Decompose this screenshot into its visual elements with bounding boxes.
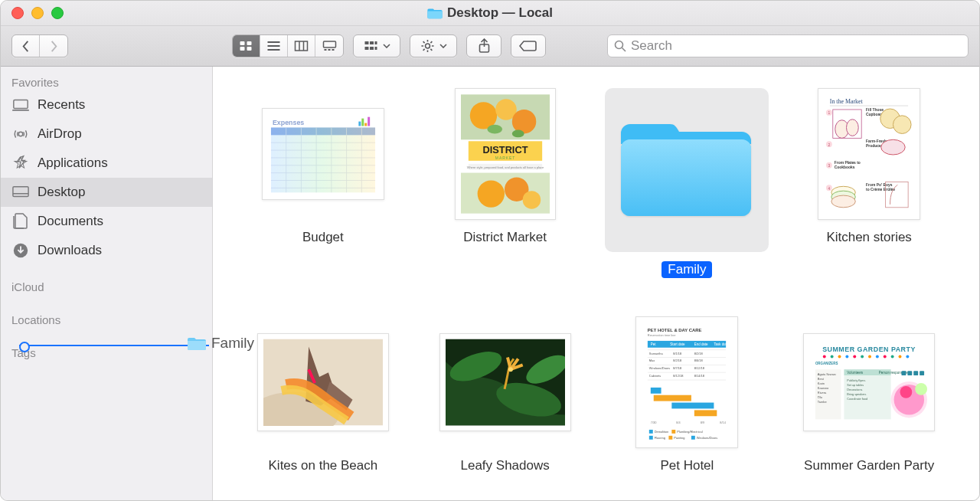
svg-text:2: 2: [828, 143, 831, 147]
sidebar-item-downloads[interactable]: Downloads: [1, 236, 212, 265]
thumbnail: In the Market 1 Fill ThoseCupboards 2 Fa…: [803, 88, 935, 220]
sidebar-item-documents[interactable]: Documents: [1, 207, 212, 236]
close-button[interactable]: [11, 7, 24, 19]
file-item[interactable]: Family: [600, 88, 775, 278]
svg-rect-41: [361, 119, 364, 126]
thumbnail: PET HOTEL & DAY CARE Reservation time li…: [621, 316, 753, 448]
file-item[interactable]: Leafy Shadows: [418, 316, 593, 474]
svg-rect-153: [669, 436, 673, 440]
window-controls: [11, 7, 64, 19]
svg-text:Samantha: Samantha: [649, 352, 664, 355]
arrange-button[interactable]: [354, 35, 400, 57]
svg-rect-139: [651, 388, 662, 394]
edit-tags-button[interactable]: [511, 35, 545, 57]
svg-text:From Plates to: From Plates to: [835, 161, 861, 165]
sidebar-item-recents[interactable]: Recents: [1, 90, 212, 120]
file-label: District Market: [457, 229, 553, 246]
svg-text:4: 4: [828, 187, 831, 191]
minimize-button[interactable]: [31, 7, 44, 19]
svg-point-34: [18, 132, 23, 136]
svg-line-27: [423, 49, 424, 51]
svg-text:7/30: 7/30: [651, 421, 657, 424]
svg-rect-13: [332, 49, 334, 51]
search-input[interactable]: [631, 38, 962, 54]
svg-text:Agata Szwarc: Agata Szwarc: [818, 372, 836, 376]
tags-group: [511, 34, 546, 57]
svg-rect-40: [358, 122, 361, 126]
svg-text:End date: End date: [694, 342, 708, 346]
arrange-group: [353, 34, 400, 57]
finder-window: Desktop — Local: [0, 0, 980, 501]
svg-point-168: [891, 355, 894, 358]
svg-point-30: [616, 41, 623, 49]
svg-point-167: [884, 355, 887, 358]
file-item[interactable]: SUMMER GARDEN PARTY ORGANIZERS Agata Szw…: [782, 316, 956, 474]
svg-text:Produce: Produce: [866, 144, 881, 148]
gallery-view-button[interactable]: [315, 35, 343, 57]
sidebar-item-label: Recents: [38, 97, 85, 113]
action-group: [410, 34, 457, 57]
sidebar-item-label: Desktop: [38, 185, 85, 200]
file-item[interactable]: DISTRICT MARKET Where style, prepared fo…: [418, 88, 593, 278]
svg-text:8/12/18: 8/12/18: [694, 366, 705, 370]
sidebar-item-desktop[interactable]: Desktop: [1, 178, 212, 207]
file-item[interactable]: PET HOTEL & DAY CARE Reservation time li…: [600, 316, 775, 474]
svg-point-66: [511, 130, 524, 138]
sidebar-heading-locations: Locations: [1, 310, 212, 328]
svg-rect-10: [323, 41, 335, 47]
svg-rect-142: [694, 410, 717, 416]
svg-text:8/14: 8/14: [720, 421, 727, 424]
svg-text:Start date: Start date: [671, 342, 686, 346]
svg-point-195: [900, 386, 913, 398]
action-button[interactable]: [410, 35, 456, 57]
svg-rect-11: [324, 49, 326, 51]
sidebar-item-label: Applications: [38, 156, 108, 171]
svg-rect-155: [691, 436, 695, 440]
forward-button[interactable]: [40, 35, 67, 57]
file-item[interactable]: Expenses: [236, 88, 410, 278]
svg-text:Best: Best: [818, 377, 825, 381]
sidebar-item-label: Documents: [38, 214, 103, 229]
svg-rect-7: [296, 41, 308, 51]
back-button[interactable]: [12, 35, 40, 57]
svg-rect-16: [374, 41, 377, 44]
svg-rect-35: [13, 187, 28, 197]
svg-text:Olu: Olu: [818, 395, 822, 399]
svg-rect-191: [913, 371, 918, 375]
svg-point-87: [847, 120, 859, 136]
window-title: Desktop — Local: [447, 5, 553, 21]
svg-text:Cookbooks: Cookbooks: [835, 165, 855, 169]
body: Favorites Recents AirDrop Applications: [1, 67, 979, 500]
svg-text:Pet: Pet: [651, 342, 656, 346]
svg-text:Publicity flyers: Publicity flyers: [847, 379, 865, 382]
column-view-button[interactable]: [288, 35, 315, 57]
applications-icon: [11, 155, 30, 172]
svg-rect-33: [12, 110, 29, 111]
svg-rect-0: [240, 41, 245, 45]
content-area[interactable]: Expenses: [213, 67, 979, 500]
svg-text:Flooring: Flooring: [655, 436, 665, 440]
svg-point-162: [846, 355, 849, 358]
svg-line-28: [430, 41, 432, 43]
svg-line-25: [423, 41, 424, 43]
icon-view-button[interactable]: [233, 35, 260, 57]
file-item[interactable]: Kites on the Beach: [236, 316, 410, 474]
svg-text:8/9: 8/9: [701, 421, 704, 424]
sidebar-item-applications[interactable]: Applications: [1, 149, 212, 178]
svg-text:Volunteers: Volunteers: [847, 371, 864, 375]
svg-rect-42: [364, 123, 367, 126]
sidebar-item-airdrop[interactable]: AirDrop: [1, 120, 212, 149]
file-label: Pet Hotel: [654, 457, 720, 474]
fullscreen-button[interactable]: [51, 7, 64, 19]
svg-text:Expenses: Expenses: [273, 119, 304, 126]
drag-ghost-label: Family: [211, 335, 254, 352]
svg-rect-151: [649, 436, 653, 440]
svg-rect-189: [902, 371, 906, 375]
svg-point-169: [899, 355, 902, 358]
svg-text:Painting: Painting: [675, 436, 685, 440]
file-item[interactable]: In the Market 1 Fill ThoseCupboards 2 Fa…: [782, 88, 956, 278]
list-view-button[interactable]: [260, 35, 288, 57]
search-field[interactable]: [607, 34, 969, 57]
svg-text:From Po' Boys: From Po' Boys: [866, 183, 893, 187]
share-button[interactable]: [467, 35, 501, 57]
